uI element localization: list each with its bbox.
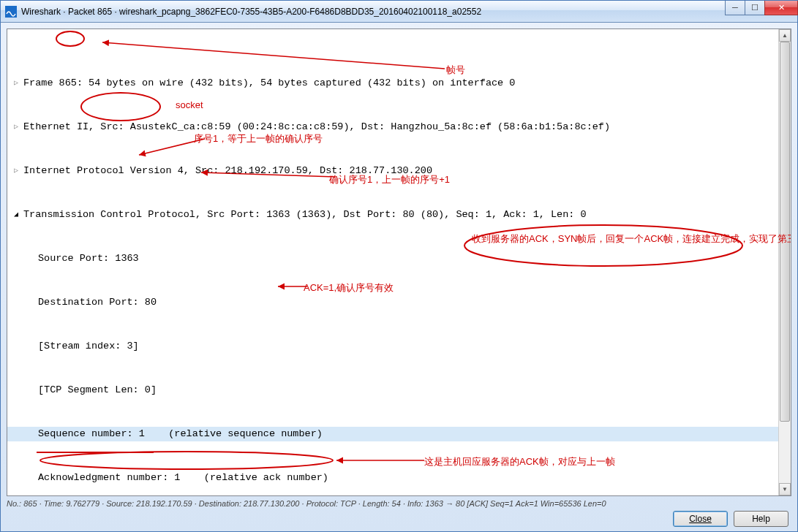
window-controls: ─ ☐ ✕ xyxy=(726,1,798,15)
annotation-ackflag: ACK=1,确认序号有效 xyxy=(304,281,394,295)
tree-row-srcport[interactable]: Source Port: 1363 xyxy=(7,251,791,266)
expander-icon[interactable]: ▷ xyxy=(12,167,20,175)
help-button[interactable]: Help xyxy=(734,511,788,527)
expander-icon[interactable]: ▷ xyxy=(12,79,20,88)
scroll-thumb[interactable] xyxy=(780,42,790,422)
titlebar[interactable]: Wireshark · Packet 865 · wireshark_pcapn… xyxy=(1,1,797,23)
tree-row-ip[interactable]: ▷Internet Protocol Version 4, Src: 218.1… xyxy=(7,164,791,178)
packet-tree[interactable]: ▷Frame 865: 54 bytes on wire (432 bits),… xyxy=(7,29,791,495)
tree-row-tcp[interactable]: ◢Transmission Control Protocol, Src Port… xyxy=(7,208,791,222)
minimize-button[interactable]: ─ xyxy=(725,1,745,15)
seglen-text: [TCP Segment Len: 0] xyxy=(38,383,157,398)
circle-annotation-frame865 xyxy=(56,31,85,47)
scroll-up-button[interactable]: ▲ xyxy=(779,29,791,42)
wireshark-icon xyxy=(5,6,17,18)
tree-row-frame[interactable]: ▷Frame 865: 54 bytes on wire (432 bits),… xyxy=(7,76,791,91)
svg-point-7 xyxy=(40,452,333,469)
annotation-frameno: 帧号 xyxy=(446,63,465,77)
window-title: Wireshark · Packet 865 · wireshark_pcapn… xyxy=(21,7,726,17)
close-window-button[interactable]: ✕ xyxy=(764,1,798,15)
window: Wireshark · Packet 865 · wireshark_pcapn… xyxy=(0,0,798,532)
expander-icon[interactable]: ▷ xyxy=(12,123,20,132)
underline-annotation-seqack xyxy=(37,452,154,453)
button-bar: Close Help xyxy=(673,511,788,527)
tree-row-dstport[interactable]: Destination Port: 80 xyxy=(7,295,791,310)
tree-row-ack[interactable]: Acknowledgment number: 1 (relative ack n… xyxy=(7,471,791,485)
tree-row-seq[interactable]: Sequence number: 1 (relative sequence nu… xyxy=(7,427,791,441)
scroll-down-button[interactable]: ▼ xyxy=(779,483,791,495)
status-bar: No.: 865 · Time: 9.762779 · Source: 218.… xyxy=(7,498,791,511)
vertical-scrollbar[interactable]: ▲ ▼ xyxy=(778,29,791,495)
svg-rect-0 xyxy=(5,6,17,18)
seq-text: Sequence number: 1 (relative sequence nu… xyxy=(38,427,323,441)
srcport-text: Source Port: 1363 xyxy=(38,251,139,266)
expander-open-icon[interactable]: ◢ xyxy=(12,210,20,219)
ip-text: Internet Protocol Version 4, Src: 218.19… xyxy=(23,164,432,178)
annotation-socket: socket xyxy=(176,98,203,113)
tcp-text: Transmission Control Protocol, Src Port:… xyxy=(23,208,587,222)
annotation-big: 收到服务器的ACK，SYN帧后，回复一个ACK帧，连接建立完成，实现了第三次握手 xyxy=(472,232,735,246)
tree-row-stream[interactable]: [Stream index: 3] xyxy=(7,339,791,354)
tree-row-seglen[interactable]: [TCP Segment Len: 0] xyxy=(7,383,791,398)
ack-text: Acknowledgment number: 1 (relative ack n… xyxy=(38,471,328,485)
svg-line-1 xyxy=(102,42,445,69)
stream-text: [Stream index: 3] xyxy=(38,339,139,354)
annotation-bottom: 这是主机回应服务器的ACK帧，对应与上一帧 xyxy=(424,455,615,469)
close-button[interactable]: Close xyxy=(673,511,728,527)
frame-text: Frame 865: 54 bytes on wire (432 bits), … xyxy=(23,76,515,91)
packet-tree-pane[interactable]: ▷Frame 865: 54 bytes on wire (432 bits),… xyxy=(7,28,791,496)
eth-text: Ethernet II, Src: AsustekC_ca:c8:59 (00:… xyxy=(23,120,610,134)
dstport-text: Destination Port: 80 xyxy=(38,295,157,310)
tree-row-eth[interactable]: ▷Ethernet II, Src: AsustekC_ca:c8:59 (00… xyxy=(7,120,791,134)
svg-line-2 xyxy=(139,139,205,155)
circle-annotation-ports xyxy=(80,92,161,121)
maximize-button[interactable]: ☐ xyxy=(745,1,765,15)
